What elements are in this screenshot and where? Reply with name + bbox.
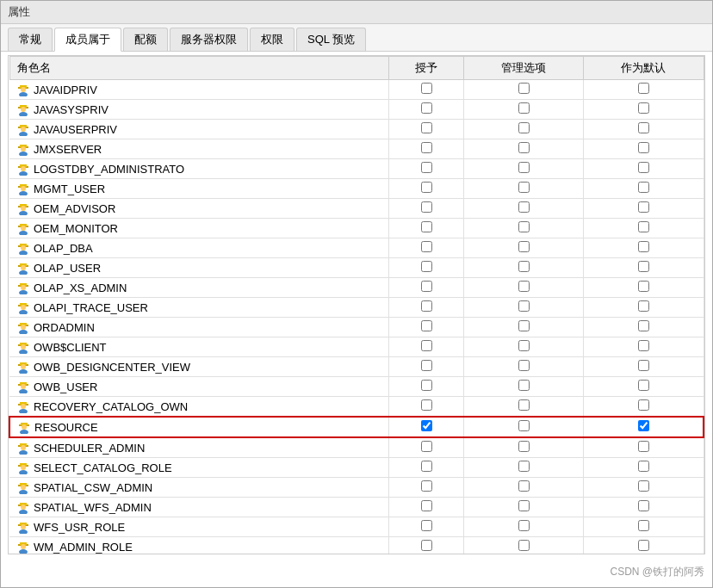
grant-checkbox[interactable] (421, 241, 432, 252)
admin-cell[interactable] (464, 377, 584, 397)
admin-checkbox[interactable] (518, 380, 530, 391)
grant-cell[interactable] (389, 278, 464, 298)
admin-checkbox[interactable] (518, 241, 530, 252)
grant-cell[interactable] (389, 377, 464, 397)
admin-cell[interactable] (464, 498, 584, 517)
grant-cell[interactable] (389, 258, 464, 278)
admin-checkbox[interactable] (518, 540, 530, 551)
table-row[interactable]: RECOVERY_CATALOG_OWN (9, 397, 704, 418)
default-checkbox[interactable] (638, 142, 649, 153)
default-cell[interactable] (584, 478, 704, 498)
default-cell[interactable] (584, 397, 704, 418)
admin-checkbox[interactable] (518, 520, 530, 531)
admin-cell[interactable] (464, 258, 584, 278)
admin-cell[interactable] (464, 100, 584, 120)
table-row[interactable]: MGMT_USER (9, 179, 704, 199)
admin-checkbox[interactable] (518, 281, 530, 292)
admin-checkbox[interactable] (518, 300, 530, 312)
admin-checkbox[interactable] (518, 340, 530, 351)
admin-checkbox[interactable] (518, 162, 530, 173)
grant-checkbox[interactable] (421, 102, 432, 114)
table-row[interactable]: LOGSTDBY_ADMINISTRATO (9, 159, 704, 179)
default-cell[interactable] (584, 199, 704, 219)
default-checkbox[interactable] (638, 201, 649, 213)
grant-checkbox[interactable] (421, 520, 432, 531)
admin-cell[interactable] (464, 80, 584, 100)
grant-cell[interactable] (389, 139, 464, 159)
roles-table-container[interactable]: 角色名授予管理选项作为默认 JAVAIDPRIV JAVASYSPRIV (8, 55, 705, 554)
admin-checkbox[interactable] (518, 83, 530, 94)
grant-cell[interactable] (389, 498, 464, 517)
table-row[interactable]: OEM_ADVISOR (9, 199, 704, 219)
table-row[interactable]: OWB$CLIENT (9, 337, 704, 357)
admin-cell[interactable] (464, 357, 584, 377)
default-cell[interactable] (584, 100, 704, 120)
default-checkbox[interactable] (638, 360, 649, 371)
table-row[interactable]: OEM_MONITOR (9, 219, 704, 238)
tab-membership[interactable]: 成员属于 (54, 28, 121, 52)
default-cell[interactable] (584, 139, 704, 159)
grant-checkbox[interactable] (421, 162, 432, 173)
default-cell[interactable] (584, 337, 704, 357)
admin-cell[interactable] (464, 478, 584, 498)
grant-cell[interactable] (389, 199, 464, 219)
default-checkbox[interactable] (638, 122, 649, 133)
admin-checkbox[interactable] (518, 441, 530, 452)
default-cell[interactable] (584, 417, 704, 437)
default-cell[interactable] (584, 498, 704, 517)
grant-checkbox[interactable] (421, 420, 432, 431)
admin-checkbox[interactable] (518, 122, 530, 133)
grant-cell[interactable] (389, 417, 464, 437)
admin-checkbox[interactable] (518, 360, 530, 371)
table-row[interactable]: OLAP_USER (9, 258, 704, 278)
admin-cell[interactable] (464, 139, 584, 159)
default-checkbox[interactable] (638, 480, 649, 492)
table-row[interactable]: OLAP_DBA (9, 238, 704, 258)
grant-cell[interactable] (389, 437, 464, 458)
admin-cell[interactable] (464, 278, 584, 298)
admin-cell[interactable] (464, 417, 584, 437)
grant-cell[interactable] (389, 120, 464, 139)
grant-cell[interactable] (389, 219, 464, 238)
table-row[interactable]: JAVASYSPRIV (9, 100, 704, 120)
grant-checkbox[interactable] (421, 201, 432, 213)
admin-checkbox[interactable] (518, 320, 530, 331)
default-checkbox[interactable] (638, 83, 649, 94)
default-checkbox[interactable] (638, 281, 649, 292)
admin-cell[interactable] (464, 159, 584, 179)
default-cell[interactable] (584, 179, 704, 199)
grant-cell[interactable] (389, 318, 464, 337)
grant-checkbox[interactable] (421, 340, 432, 351)
default-cell[interactable] (584, 219, 704, 238)
table-row[interactable]: JAVAUSERPRIV (9, 120, 704, 139)
default-cell[interactable] (584, 298, 704, 318)
default-checkbox[interactable] (638, 102, 649, 114)
default-checkbox[interactable] (638, 221, 649, 232)
table-row[interactable]: OWB_DESIGNCENTER_VIEW (9, 357, 704, 377)
admin-cell[interactable] (464, 337, 584, 357)
grant-checkbox[interactable] (421, 221, 432, 232)
table-row[interactable]: OLAPI_TRACE_USER (9, 298, 704, 318)
grant-checkbox[interactable] (421, 261, 432, 272)
grant-cell[interactable] (389, 458, 464, 478)
tab-quota[interactable]: 配额 (123, 28, 168, 51)
grant-cell[interactable] (389, 179, 464, 199)
table-row[interactable]: WFS_USR_ROLE (9, 517, 704, 537)
admin-checkbox[interactable] (518, 102, 530, 114)
grant-cell[interactable] (389, 238, 464, 258)
grant-checkbox[interactable] (421, 399, 432, 411)
admin-checkbox[interactable] (518, 261, 530, 272)
admin-checkbox[interactable] (518, 399, 530, 411)
admin-checkbox[interactable] (518, 461, 530, 472)
grant-checkbox[interactable] (421, 320, 432, 331)
admin-checkbox[interactable] (518, 500, 530, 511)
grant-checkbox[interactable] (421, 380, 432, 391)
grant-cell[interactable] (389, 537, 464, 555)
grant-checkbox[interactable] (421, 360, 432, 371)
table-row[interactable]: SPATIAL_WFS_ADMIN (9, 498, 704, 517)
grant-checkbox[interactable] (421, 300, 432, 312)
grant-cell[interactable] (389, 517, 464, 537)
admin-cell[interactable] (464, 219, 584, 238)
admin-cell[interactable] (464, 397, 584, 418)
admin-checkbox[interactable] (518, 201, 530, 213)
